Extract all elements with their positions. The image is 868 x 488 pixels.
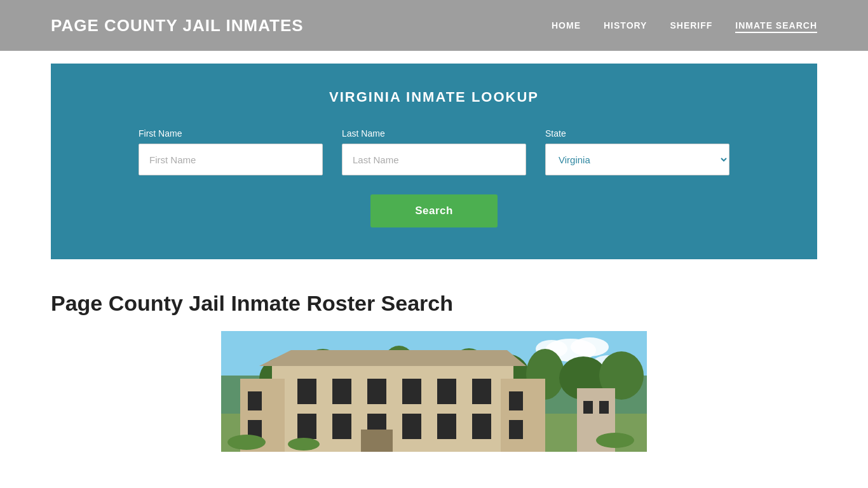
svg-rect-22 (332, 379, 351, 404)
nav-link-inmate-search[interactable]: INMATE SEARCH (735, 20, 817, 33)
building-image-container (221, 331, 647, 452)
svg-rect-21 (297, 379, 316, 404)
svg-rect-27 (297, 414, 316, 439)
svg-rect-25 (437, 379, 456, 404)
state-group: State Virginia Alabama Alaska Arizona Ar… (545, 128, 729, 175)
last-name-group: Last Name (342, 128, 526, 175)
search-button[interactable]: Search (370, 194, 498, 227)
svg-point-43 (596, 433, 634, 448)
svg-rect-32 (472, 414, 491, 439)
main-content: Page County Jail Inmate Roster Search (0, 259, 868, 452)
nav-link-sheriff[interactable]: SHERIFF (670, 20, 712, 30)
svg-point-2 (571, 337, 609, 356)
svg-rect-23 (367, 379, 386, 404)
nav-item-home[interactable]: HOME (552, 20, 581, 31)
svg-rect-35 (509, 391, 523, 410)
svg-rect-31 (437, 414, 456, 439)
state-label: State (545, 128, 729, 139)
svg-rect-33 (248, 391, 262, 410)
form-fields-row: First Name Last Name State Virginia Alab… (89, 128, 779, 175)
svg-rect-37 (361, 430, 393, 452)
section-title: Page County Jail Inmate Roster Search (51, 291, 817, 316)
svg-marker-18 (259, 350, 526, 366)
first-name-input[interactable] (139, 144, 323, 175)
svg-rect-40 (599, 401, 609, 414)
last-name-input[interactable] (342, 144, 526, 175)
nav-link-home[interactable]: HOME (552, 20, 581, 30)
svg-rect-39 (583, 401, 593, 414)
nav-menu: HOME HISTORY SHERIFF INMATE SEARCH (552, 20, 817, 31)
state-select[interactable]: Virginia Alabama Alaska Arizona Arkansas… (545, 144, 729, 175)
main-nav: HOME HISTORY SHERIFF INMATE SEARCH (552, 20, 817, 31)
svg-rect-24 (402, 379, 421, 404)
last-name-label: Last Name (342, 128, 526, 139)
first-name-label: First Name (139, 128, 323, 139)
svg-point-41 (227, 435, 266, 450)
site-header: PAGE COUNTY JAIL INMATES HOME HISTORY SH… (0, 0, 868, 51)
sub-header-space (0, 51, 868, 64)
lookup-title: VIRGINIA INMATE LOOKUP (89, 89, 779, 105)
nav-item-inmate-search[interactable]: INMATE SEARCH (735, 20, 817, 31)
inmate-lookup-panel: VIRGINIA INMATE LOOKUP First Name Last N… (51, 64, 817, 259)
building-image (221, 331, 647, 452)
svg-rect-36 (509, 420, 523, 439)
svg-rect-28 (332, 414, 351, 439)
svg-rect-20 (501, 379, 545, 452)
site-title: PAGE COUNTY JAIL INMATES (51, 16, 304, 36)
nav-link-history[interactable]: HISTORY (604, 20, 647, 30)
nav-item-history[interactable]: HISTORY (604, 20, 647, 31)
nav-item-sheriff[interactable]: SHERIFF (670, 20, 712, 31)
svg-rect-26 (472, 379, 491, 404)
svg-rect-30 (402, 414, 421, 439)
svg-point-42 (288, 438, 320, 451)
first-name-group: First Name (139, 128, 323, 175)
search-button-row: Search (89, 194, 779, 227)
